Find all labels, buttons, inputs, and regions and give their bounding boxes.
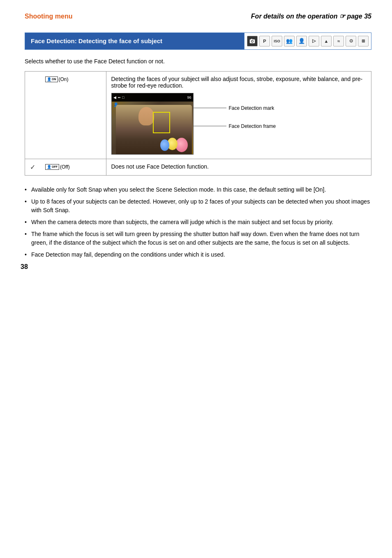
row-off-check: ✓ — [25, 159, 41, 175]
camera-preview-image: ◀ ▪▪ □ 96 👤 — [111, 93, 194, 155]
svg-rect-3 — [251, 39, 252, 39]
header-page-ref: For details on the operation ☞ page 35 — [251, 12, 371, 20]
vf-icon-card: □ — [122, 95, 124, 100]
annotation-frame-line — [194, 126, 226, 126]
mode-p-icon: P — [259, 36, 270, 46]
options-table: 👤ON (On) Detecting the faces of your sub… — [25, 71, 371, 176]
vf-number: 96 — [187, 95, 191, 100]
header-shooting-menu: Shooting menu — [25, 13, 72, 20]
annotation-frame: Face Detection frame — [194, 123, 276, 129]
row-on-option: 👤ON (On) — [40, 71, 106, 159]
page-number: 38 — [21, 263, 28, 271]
mode-person-icon: 👤 — [296, 36, 307, 46]
annotation-frame-label: Face Detection frame — [229, 123, 276, 129]
face-off-icon: 👤OFF — [45, 164, 59, 170]
svg-point-2 — [251, 40, 253, 42]
note-3: When the camera detects more than subjec… — [25, 218, 371, 227]
annotation-mark: Face Detection mark — [194, 105, 276, 111]
checkmark-icon: ✓ — [30, 164, 35, 171]
balloon-blue — [160, 139, 169, 151]
viewfinder-top-bar: ◀ ▪▪ □ 96 — [112, 93, 193, 102]
mode-play-icon: ▷ — [309, 36, 319, 46]
row-on-check — [25, 71, 41, 159]
annotation-mark-line — [194, 108, 226, 108]
row-off-description: Does not use Face Detection function. — [106, 159, 371, 175]
section-title-bar: Face Detection: Detecting the face of su… — [25, 32, 371, 50]
page-container: Shooting menu For details on the operati… — [0, 0, 392, 283]
note-5: Face Detection may fail, depending on th… — [25, 250, 371, 259]
notes-list: Available only for Soft Snap when you se… — [25, 185, 371, 259]
row-off-option: 👤OFF (Off) — [40, 159, 106, 175]
mode-grid-icon: ⊞ — [358, 36, 369, 46]
table-row-off: ✓ 👤OFF (Off) Does not use Face Detection… — [25, 159, 371, 175]
mode-persons-icon: 👥 — [284, 36, 295, 46]
annotation-mark-label: Face Detection mark — [229, 105, 274, 111]
section-icons-bar: P ISO 👥 👤 ▷ ▲ ≈ ⊙ ⊞ — [244, 33, 371, 49]
table-row-on: 👤ON (On) Detecting the faces of your sub… — [25, 71, 371, 159]
note-1: Available only for Soft Snap when you se… — [25, 185, 371, 194]
mode-circle-icon: ⊙ — [346, 36, 356, 46]
face-detection-illustration: ◀ ▪▪ □ 96 👤 — [111, 93, 367, 155]
face-on-icon: 👤ON — [45, 76, 58, 82]
note-4: The frame which the focus is set will tu… — [25, 230, 371, 247]
vf-icon-left: ◀ — [113, 95, 116, 100]
mode-mountain-icon: ▲ — [321, 36, 332, 46]
mode-wave-icon: ≈ — [333, 36, 344, 46]
vf-icon-battery: ▪▪ — [118, 95, 120, 100]
viewfinder: ◀ ▪▪ □ 96 👤 — [111, 93, 194, 155]
face-detection-frame-box — [153, 112, 170, 133]
annotation-block: Face Detection mark Face Detection frame — [194, 93, 276, 129]
mode-camera-icon — [247, 36, 258, 46]
mode-iso-icon: ISO — [272, 36, 282, 46]
header: Shooting menu For details on the operati… — [25, 12, 371, 20]
row-on-description: Detecting the faces of your subject will… — [106, 71, 371, 159]
child-head — [138, 107, 154, 125]
note-2: Up to 8 faces of your subjects can be de… — [25, 197, 371, 215]
section-title: Face Detection: Detecting the face of su… — [25, 33, 244, 49]
section-description: Selects whether to use the Face Detect f… — [25, 58, 371, 65]
